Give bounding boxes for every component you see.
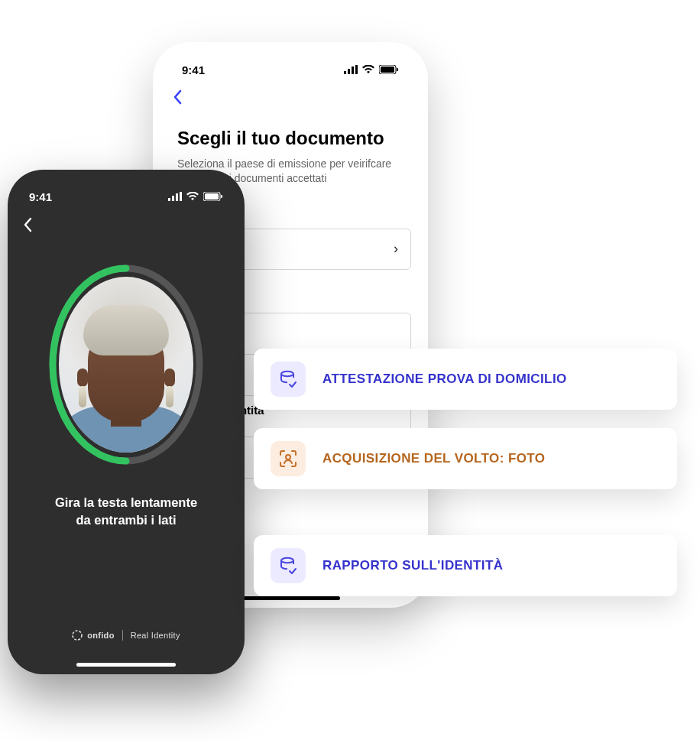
status-bar: 9:41 — [18, 185, 234, 209]
brand-name: onfido — [87, 631, 114, 640]
svg-point-17 — [286, 455, 290, 459]
instruction-text: Gira la testa lentamente da entrambi i l… — [18, 494, 234, 529]
svg-point-15 — [73, 631, 82, 640]
onfido-logo: onfido — [72, 630, 114, 641]
onfido-mark-icon — [72, 630, 83, 641]
signal-icon — [168, 192, 182, 201]
feature-card-face-photo[interactable]: ACQUISIZIONE DEL VOLTO: FOTO — [254, 428, 677, 489]
feature-label: ATTESTAZIONE PROVA DI DOMICILIO — [322, 372, 567, 387]
svg-point-18 — [281, 558, 293, 563]
chevron-left-icon — [173, 89, 182, 105]
phone-face-capture: 9:41 Gira la testa lentamente da entramb… — [8, 170, 245, 674]
face-preview — [59, 277, 193, 453]
svg-rect-2 — [352, 67, 354, 74]
svg-rect-0 — [344, 71, 346, 74]
svg-rect-12 — [205, 193, 219, 200]
svg-point-16 — [281, 372, 293, 376]
signal-icon — [344, 65, 358, 74]
svg-rect-8 — [172, 196, 174, 201]
divider — [122, 630, 123, 641]
svg-rect-3 — [355, 65, 358, 74]
wifi-icon — [362, 65, 374, 74]
instruction-line: Gira la testa lentamente — [37, 494, 216, 511]
feature-label: RAPPORTO SULL'IDENTITÀ — [322, 558, 503, 573]
status-time: 9:41 — [182, 63, 205, 76]
home-indicator — [241, 596, 340, 600]
face-scan-ring — [46, 261, 206, 468]
feature-card-identity-report[interactable]: RAPPORTO SULL'IDENTITÀ — [254, 535, 677, 596]
status-indicators — [344, 65, 399, 74]
database-check-icon — [271, 362, 306, 397]
svg-rect-13 — [221, 195, 222, 198]
svg-rect-1 — [348, 69, 350, 74]
chevron-left-icon — [23, 217, 32, 232]
page-title: Scegli il tuo documento — [177, 128, 413, 149]
status-time: 9:41 — [29, 190, 52, 203]
back-button[interactable] — [173, 89, 182, 109]
svg-rect-9 — [176, 193, 178, 201]
feature-card-proof-of-address[interactable]: ATTESTAZIONE PROVA DI DOMICILIO — [254, 349, 677, 410]
svg-rect-10 — [180, 192, 182, 201]
status-bar: 9:41 — [168, 59, 413, 83]
svg-rect-6 — [397, 68, 398, 71]
svg-rect-7 — [168, 198, 170, 201]
brand-footer: onfido Real Identity — [8, 630, 245, 641]
battery-icon — [379, 65, 399, 74]
battery-icon — [203, 192, 223, 201]
face-scan-icon — [271, 441, 306, 476]
status-indicators — [168, 192, 223, 201]
home-indicator — [76, 663, 176, 667]
database-check-icon — [271, 548, 306, 583]
wifi-icon — [186, 192, 199, 201]
back-button[interactable] — [23, 217, 32, 237]
brand-tagline: Real Identity — [131, 631, 180, 640]
svg-rect-5 — [381, 67, 394, 73]
instruction-line: da entrambi i lati — [37, 511, 216, 529]
chevron-right-icon: › — [394, 241, 398, 257]
feature-label: ACQUISIZIONE DEL VOLTO: FOTO — [322, 451, 545, 466]
